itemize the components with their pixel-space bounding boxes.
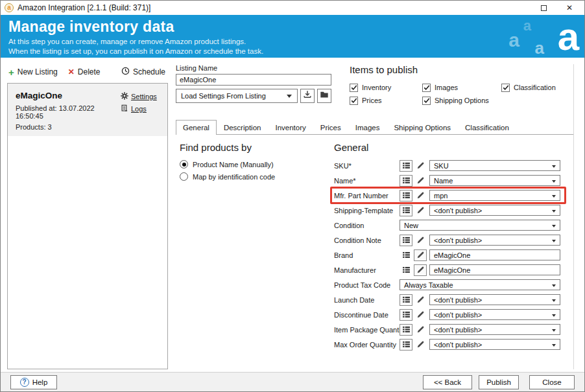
publish-checkbox-shipping-options[interactable]: Shipping Options (422, 97, 501, 105)
mapping-list-button-manufacturer[interactable] (400, 264, 412, 276)
edit-value-button-sku[interactable] (414, 160, 427, 172)
mapping-list-button-sku[interactable] (400, 160, 412, 172)
mfr-part-number-dropdown[interactable]: mpn (429, 190, 560, 201)
mapping-list-button-name[interactable] (400, 175, 412, 187)
logs-label: Logs (131, 105, 147, 113)
mapping-list-button-max-order-quantity[interactable] (400, 339, 412, 351)
list-icon (402, 266, 411, 274)
discontinue-date-dropdown[interactable]: <don't publish> (429, 309, 560, 320)
help-button[interactable]: ? Help (10, 375, 57, 389)
edit-value-button-shipping-template[interactable] (414, 205, 427, 216)
new-listing-button[interactable]: + New Listing (8, 67, 58, 77)
publish-checkbox-prices[interactable]: Prices (350, 97, 422, 105)
tab-prices[interactable]: Prices (313, 120, 348, 134)
items-to-publish-section: Items to publish InventoryPricesImagesSh… (350, 64, 573, 115)
mapping-list-button-brand[interactable] (400, 249, 412, 261)
download-icon (303, 90, 312, 102)
launch-date-dropdown[interactable]: <don't publish> (429, 294, 560, 305)
publish-checkbox-classification[interactable]: Classification (501, 84, 573, 92)
chevron-down-icon (552, 210, 556, 213)
radio-label: Product Name (Manually) (193, 161, 274, 168)
schedule-button[interactable]: Schedule (121, 67, 165, 77)
field-icons-shipping-template (400, 205, 427, 216)
tab-description[interactable]: Description (217, 120, 269, 134)
delete-listing-button[interactable]: ✕ Delete (68, 67, 101, 76)
maximize-button[interactable] (532, 1, 555, 14)
delete-label: Delete (78, 67, 101, 76)
settings-link[interactable]: Settings (121, 92, 162, 101)
checkbox-label: Images (435, 84, 458, 91)
chevron-down-icon (552, 240, 556, 242)
item-package-quantity-dropdown[interactable]: <don't publish> (429, 324, 560, 335)
delete-x-icon: ✕ (68, 68, 75, 76)
publish-button[interactable]: Publish (479, 375, 519, 389)
publish-checkbox-images[interactable]: Images (422, 84, 501, 92)
field-icons-name (400, 175, 427, 187)
manufacturer-input[interactable]: eMagicOne (429, 264, 560, 275)
close-dialog-button[interactable]: Close (529, 375, 575, 389)
clock-icon (121, 67, 130, 77)
field-label-name: Name* (334, 177, 400, 185)
mapping-list-button-mfr-part-number[interactable] (400, 190, 412, 202)
edit-value-button-discontinue-date[interactable] (414, 309, 427, 321)
mapping-list-button-launch-date[interactable] (400, 294, 412, 306)
checked-checkbox-icon (501, 84, 510, 92)
load-settings-dropdown[interactable]: Load Settings From Listing (176, 89, 298, 103)
edit-value-button-manufacturer[interactable] (414, 264, 427, 276)
listing-name-column: Listing Name Load Settings From Listing (176, 64, 331, 115)
radio-product-name-manually[interactable]: Product Name (Manually) (180, 160, 334, 168)
listing-products-count: Products: 3 (16, 123, 121, 131)
sku-dropdown[interactable]: SKU (429, 160, 560, 171)
pencil-icon (416, 236, 425, 244)
edit-value-button-mfr-part-number[interactable] (414, 190, 427, 202)
field-icons-mfr-part-number (400, 190, 427, 202)
mapping-list-button-shipping-template[interactable] (400, 205, 412, 216)
tab-classification[interactable]: Classification (458, 120, 516, 134)
edit-value-button-item-package-quantity[interactable] (414, 324, 427, 336)
field-label-discontinue-date: Discontinue Date (334, 311, 400, 319)
edit-value-button-max-order-quantity[interactable] (414, 339, 427, 351)
logs-icon (121, 104, 128, 113)
listing-name-input[interactable] (176, 74, 331, 86)
max-order-quantity-dropdown[interactable]: <don't publish> (429, 339, 560, 350)
app-window: a Amazon Integration [2.1.1 (Build: 371)… (0, 0, 585, 392)
checkbox-label: Prices (362, 97, 382, 104)
name-dropdown[interactable]: Name (429, 175, 560, 186)
tab-shipping-options[interactable]: Shipping Options (387, 120, 458, 134)
shipping-template-dropdown[interactable]: <don't publish> (429, 205, 560, 216)
pencil-icon (416, 176, 425, 185)
product-tax-code-dropdown[interactable]: Always Taxable (400, 279, 560, 290)
condition-dropdown[interactable]: New (400, 220, 560, 231)
import-settings-button[interactable] (300, 89, 315, 103)
chevron-down-icon (552, 314, 556, 317)
form-row-shipping-template: Shipping-Template<don't publish> (334, 205, 560, 216)
close-button[interactable]: ✕ (558, 1, 580, 14)
edit-value-button-condition-note[interactable] (414, 235, 427, 246)
brand-input[interactable]: eMagicOne (429, 249, 560, 260)
open-folder-button[interactable] (317, 89, 331, 103)
mapping-list-button-item-package-quantity[interactable] (400, 324, 412, 336)
listing-name: eMagicOne (16, 91, 121, 100)
field-value: mpn (434, 192, 448, 200)
find-products-section: Find products by Product Name (Manually)… (176, 142, 334, 369)
mapping-list-button-discontinue-date[interactable] (400, 309, 412, 321)
publish-checkbox-inventory[interactable]: Inventory (350, 84, 422, 92)
edit-value-button-name[interactable] (414, 175, 427, 187)
edit-value-button-brand[interactable] (414, 249, 427, 261)
tab-general[interactable]: General (176, 120, 217, 135)
mapping-list-button-condition-note[interactable] (400, 235, 412, 246)
field-icons-brand (400, 249, 427, 261)
tab-images[interactable]: Images (348, 120, 387, 134)
radio-map-by-identification-code[interactable]: Map by identification code (180, 172, 334, 181)
tab-inventory[interactable]: Inventory (268, 120, 313, 134)
listing-item[interactable]: eMagicOne Published at: 13.07.2022 16:50… (8, 84, 167, 136)
app-icon: a (5, 3, 14, 12)
pencil-icon (416, 206, 425, 214)
form-row-product-tax-code: Product Tax CodeAlways Taxable (334, 279, 560, 290)
logs-link[interactable]: Logs (121, 104, 162, 113)
edit-value-button-launch-date[interactable] (414, 294, 427, 306)
condition-note-dropdown[interactable]: <don't publish> (429, 235, 560, 246)
pencil-icon (416, 310, 425, 319)
field-value: <don't publish> (434, 207, 482, 214)
back-button[interactable]: << Back (423, 375, 472, 389)
